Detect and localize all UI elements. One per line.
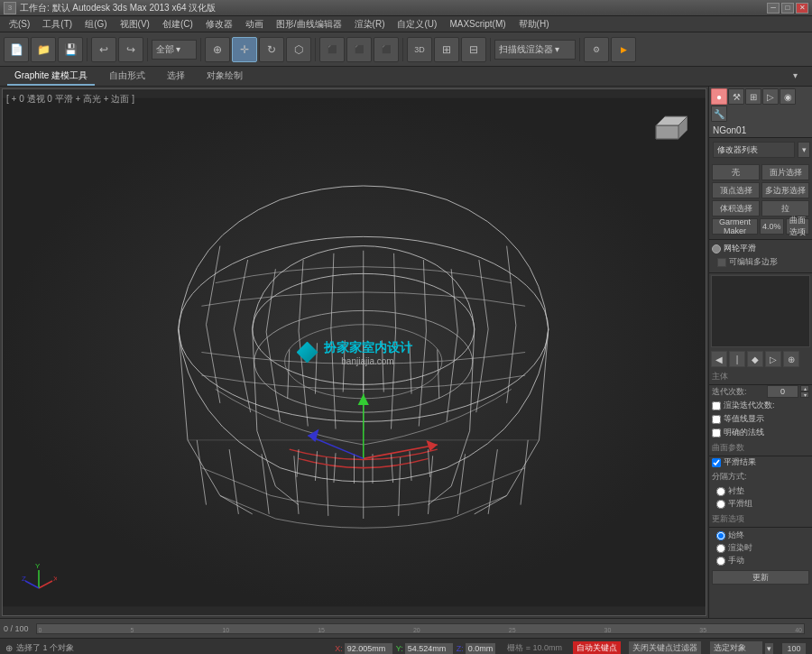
panel-icon-modify[interactable]: ⚒ <box>728 88 744 105</box>
menu-view[interactable]: 视图(V) <box>115 17 155 32</box>
main-section-title: 主体 <box>709 369 812 385</box>
radio-render-input[interactable] <box>716 544 725 553</box>
timeline-track[interactable]: 0 5 10 15 20 25 30 35 40 <box>36 623 805 634</box>
new-button[interactable]: 📄 <box>4 37 29 62</box>
select-button[interactable]: ⊕ <box>205 37 230 62</box>
open-button[interactable]: 📁 <box>31 37 56 62</box>
btn-body-select[interactable]: 体积选择 <box>712 200 760 216</box>
radio-always-input[interactable] <box>716 531 725 540</box>
rollout-icon-5[interactable]: ⊕ <box>783 351 799 367</box>
iteration-input[interactable] <box>767 385 798 398</box>
render-iter-checkbox[interactable] <box>712 401 721 410</box>
rollout-icon-1[interactable]: ◀ <box>711 351 727 367</box>
tab-pin[interactable]: ▾ <box>786 69 805 84</box>
align-button[interactable]: ⊟ <box>461 37 486 62</box>
rollout-icon-3[interactable]: ◆ <box>747 351 763 367</box>
spinner-down[interactable]: ▾ <box>800 391 809 398</box>
radio-patch-input[interactable] <box>716 487 725 496</box>
btn-shell[interactable]: 壳 <box>712 164 760 180</box>
redo-button[interactable]: ↪ <box>118 37 143 62</box>
menu-curve-editor[interactable]: 图形/曲线编辑器 <box>271 17 347 32</box>
tick-40: 40 <box>795 627 802 633</box>
render-setup-button[interactable]: ⚙ <box>584 37 609 62</box>
tick-0: 0 <box>39 627 42 633</box>
tab-select[interactable]: 选择 <box>160 68 192 86</box>
smooth-result-checkbox[interactable] <box>712 458 721 467</box>
menu-customize[interactable]: 自定义(U) <box>392 17 442 32</box>
undo-button[interactable]: ↩ <box>91 37 116 62</box>
panel-icon-display[interactable]: ● <box>711 88 727 105</box>
viewport[interactable]: [ + 0 透视 0 平滑 + 高光 + 边面 ] <box>2 88 706 616</box>
move-button[interactable]: ✛ <box>232 37 257 62</box>
menu-tools[interactable]: 工具(T) <box>37 17 78 32</box>
menu-maxscript[interactable]: MAXScript(M) <box>444 18 511 30</box>
tab-freeform[interactable]: 自由形式 <box>102 68 152 86</box>
spinner-up[interactable]: ▴ <box>800 385 809 391</box>
panel-icon-motion[interactable]: ▷ <box>762 88 779 105</box>
radio-patch: 衬垫 <box>716 485 805 497</box>
modifier-list[interactable]: 修改器列表 <box>713 142 795 158</box>
modifier-list-row: 修改器列表 ▾ <box>709 138 812 161</box>
rollout-icon-2[interactable]: | <box>729 351 745 367</box>
radio-manual-input[interactable] <box>716 557 725 566</box>
btn-garment-maker[interactable]: Garment Maker <box>712 218 758 235</box>
menu-modifiers[interactable]: 修改器 <box>200 17 238 32</box>
iso-lines-checkbox[interactable] <box>712 415 721 424</box>
update-radio-group: 始终 渲染时 手动 <box>709 530 812 566</box>
maximize-button[interactable]: □ <box>781 3 794 14</box>
menu-group[interactable]: 组(G) <box>79 17 112 32</box>
turbosmooth-expand[interactable] <box>717 258 726 267</box>
menu-help[interactable]: 帮助(H) <box>513 17 555 32</box>
btn-border-select[interactable]: 曲面选项 <box>786 218 810 235</box>
nav-cube[interactable] <box>647 107 687 148</box>
turbosmooth-radio[interactable] <box>712 244 721 253</box>
tab-graphite[interactable]: Graphite 建模工具 <box>7 68 95 86</box>
select-filter-arrow[interactable]: ▾ <box>764 642 774 655</box>
modifier-list-arrow[interactable]: ▾ <box>798 142 810 158</box>
rollout-icon-4[interactable]: ▷ <box>765 351 781 367</box>
iteration-spinner[interactable]: ▴ ▾ <box>800 385 809 398</box>
svg-rect-3 <box>3 98 706 607</box>
workspace-dropdown[interactable]: 全部 ▾ <box>152 40 197 60</box>
mesh-viewport <box>3 89 706 615</box>
view-button-3[interactable]: ⬛ <box>374 37 399 62</box>
menu-shell[interactable]: 壳(S) <box>4 17 35 32</box>
btn-vertex-select[interactable]: 顶点选择 <box>712 182 760 198</box>
close-button[interactable]: ✕ <box>796 3 808 14</box>
panel-icon-utilities[interactable]: 🔧 <box>711 106 727 122</box>
svg-text:Z: Z <box>22 575 26 583</box>
radio-smooth-input[interactable] <box>716 500 725 509</box>
right-panel: ● ⚒ ⊞ ▷ ◉ 🔧 NGon01 修改器列表 ▾ 壳 面片选择 顶点选择 多… <box>708 87 812 618</box>
panel-icon-hierarchy[interactable]: ⊞ <box>745 88 761 105</box>
autokey-button[interactable]: 自动关键点 <box>573 641 621 654</box>
btn-poly-select[interactable]: 多边形选择 <box>761 182 809 198</box>
ribbon: Graphite 建模工具 自由形式 选择 对象绘制 ▾ <box>0 67 812 87</box>
tab-object-paint[interactable]: 对象绘制 <box>199 68 250 86</box>
title-bar: 3 工作台: 默认 Autodesk 3ds Max 2013 x64 汉化版 … <box>0 0 812 16</box>
menu-animation[interactable]: 动画 <box>240 17 269 32</box>
render-button[interactable]: ▶ <box>611 37 636 62</box>
snap-button[interactable]: 3D <box>407 37 432 62</box>
filter-button[interactable]: 关闭关键点过滤器 <box>628 640 702 654</box>
panel-icon-display2[interactable]: ◉ <box>780 88 796 105</box>
btn-value1[interactable]: 4.0% <box>760 218 784 235</box>
tick-10: 10 <box>222 627 229 633</box>
mirror-button[interactable]: ⊞ <box>434 37 459 62</box>
btn-face-select[interactable]: 面片选择 <box>761 164 809 180</box>
coord-display: X: 92.005mm Y: 54.524mm Z: 0.0mm <box>335 642 496 655</box>
view-button-1[interactable]: ⬛ <box>319 37 345 62</box>
svg-text:Y: Y <box>35 562 41 570</box>
scale-button[interactable]: ⬡ <box>286 37 311 62</box>
smooth-normals-checkbox[interactable] <box>712 428 721 438</box>
renderer-dropdown[interactable]: 扫描线渲染器 ▾ <box>494 40 576 60</box>
minimize-button[interactable]: ─ <box>767 3 780 14</box>
select-filter-group: 选定对象 ▾ <box>709 640 774 654</box>
save-button[interactable]: 💾 <box>58 37 83 62</box>
surface-params-title: 曲面参数 <box>709 440 812 456</box>
update-button[interactable]: 更新 <box>712 570 809 585</box>
menu-create[interactable]: 创建(C) <box>157 17 198 32</box>
svg-line-62 <box>39 581 52 588</box>
view-button-2[interactable]: ⬛ <box>346 37 372 62</box>
rotate-button[interactable]: ↻ <box>259 37 284 62</box>
menu-render[interactable]: 渲染(R) <box>349 17 391 32</box>
